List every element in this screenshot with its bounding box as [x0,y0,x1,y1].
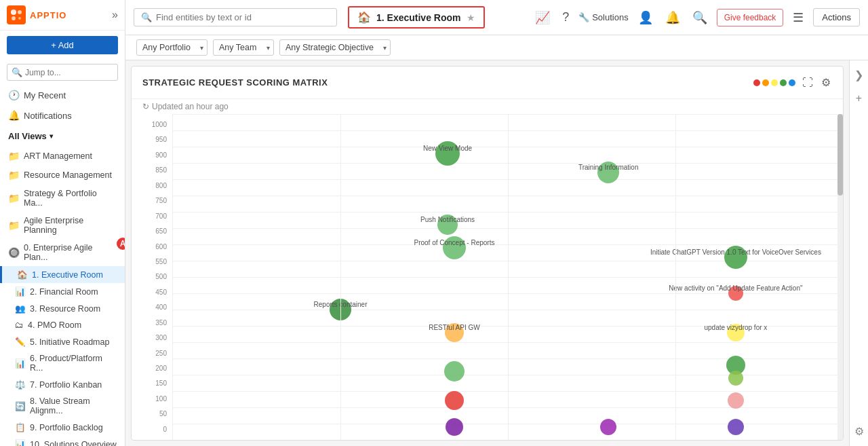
portfolio-filter-wrapper: Any Portfolio [136,39,208,56]
sidebar-subitem-portfolio-kanban[interactable]: ⚖️ 7. Portfolio Kanban [0,376,125,393]
financial-room-icon: 📊 [15,286,26,297]
portfolio-filter[interactable]: Any Portfolio [136,39,208,56]
bubble-label-push-notifications: Push Notifications [420,216,475,223]
user-avatar-button[interactable]: 👤 [635,7,656,28]
y-tick-800: 800 [155,182,167,189]
give-feedback-button[interactable]: Give feedback [717,9,784,26]
sidebar-item-my-recent[interactable]: 🕐 My Recent [0,85,125,105]
global-search-input[interactable] [156,12,330,22]
nav-item-label: Resource Management [24,170,112,180]
analytics-icon-button[interactable]: 📈 [532,7,553,28]
sidebar-item-notifications-label: Notifications [24,111,72,121]
right-panel-add-button[interactable]: + [853,90,865,107]
folder-icon: 📁 [8,170,20,181]
svg-point-3 [12,16,16,20]
solutions-overview-icon: 📊 [15,439,26,446]
legend-dot-orange [762,79,769,86]
chart-bubble-bubble-green-1[interactable] [444,361,465,382]
sidebar-item-strategy-portfolio[interactable]: 📁 Strategy & Portfolio Ma... [0,185,125,212]
actions-button[interactable]: Actions [813,8,860,26]
chart-bubble-bubble-purple-2[interactable] [600,419,616,435]
right-panel-expand-button[interactable]: ❯ [852,66,866,84]
nav-sub-item-label: 1. Executive Room [32,270,103,280]
y-tick-0: 0 [163,426,167,433]
right-panel-settings-button[interactable]: ⚙ [852,422,867,441]
sidebar-item-enterprise-agile[interactable]: 🔘 0. Enterprise Agile Plan... A [0,239,125,266]
chart-bubble-new-activity[interactable]: New activity on "Add Update Feature Acti… [728,286,743,301]
sidebar-subitem-financial-room[interactable]: 📊 2. Financial Room [0,283,125,300]
chart-bubble-bubble-purple-1[interactable] [446,418,463,436]
chevron-down-icon: ▾ [50,132,53,140]
chart-bubble-update-vizydrop[interactable]: update vizydrop for x [727,324,745,341]
topbar-right: 📈 ? 🔧 Solutions 👤 🔔 🔍 Give feedback ☰ Ac… [532,7,860,28]
sidebar-search-icon: 🔍 [12,67,22,77]
filter-bar: Any Portfolio Any Team Any Strategic Obj… [125,35,868,60]
solutions-icon: 🔧 [578,12,589,22]
all-views-toggle[interactable]: All Views ▾ [0,126,125,147]
chart-bubble-proof-of-concept[interactable]: Proof of Concept - Reports [443,236,466,259]
scroll-track[interactable] [837,114,843,440]
help-icon-button[interactable]: ? [559,7,572,27]
sidebar-subitem-product-platform[interactable]: 📊 6. Product/Platform R... [0,350,125,376]
sidebar-item-art-management[interactable]: 📁 ART Management [0,147,125,166]
solutions-button[interactable]: 🔧 Solutions [578,12,628,22]
chart-bubble-initiate-chatgpt[interactable]: Initiate ChatGPT Version 1.0 Text for Vo… [724,246,747,269]
chart-bubble-training-info[interactable]: Training Information [597,162,619,183]
y-tick-200: 200 [155,365,167,372]
executive-room-icon: 🏠 [17,270,28,280]
sidebar-subitem-pmo-room[interactable]: 🗂 4. PMO Room [0,317,125,333]
legend-dot-yellow [771,79,778,86]
team-filter[interactable]: Any Team [213,39,274,56]
sidebar-subitem-solutions-overview[interactable]: 📊 10. Solutions Overview [0,436,125,446]
sidebar-search[interactable]: 🔍 [7,64,118,81]
search-expand-icon-button[interactable]: 🔍 [690,7,710,28]
portfolio-backlog-icon: 📋 [15,422,26,432]
notifications-icon-button[interactable]: 🔔 [663,7,683,28]
folder-icon: 📁 [8,193,20,204]
team-filter-wrapper: Any Team [213,39,274,56]
chart-container: STRATEGIC REQUEST SCORING MATRIX ⛶ ⚙ [131,66,844,441]
objective-filter[interactable]: Any Strategic Objective [279,39,391,56]
nav-sub-item-label: 8. Value Stream Alignm... [30,396,117,415]
y-tick-650: 650 [155,227,167,235]
chart-header: STRATEGIC REQUEST SCORING MATRIX ⛶ ⚙ [132,67,843,99]
favorite-star-icon[interactable]: ★ [467,12,475,23]
chart-bubble-bubble-green-3[interactable] [728,371,743,386]
folder-icon: 📁 [8,220,20,231]
chart-bubble-bubble-red-2[interactable] [728,392,744,409]
sidebar-subitem-initiative-roadmap[interactable]: ✏️ 5. Initiative Roadmap [0,333,125,350]
y-tick-950: 950 [155,136,167,143]
sidebar-item-resource-management[interactable]: 📁 Resource Management [0,166,125,185]
sidebar-subitem-value-stream[interactable]: 🔄 8. Value Stream Alignm... [0,393,125,419]
y-tick-250: 250 [155,350,167,357]
chart-bubble-bubble-purple-3[interactable] [728,419,744,435]
sidebar-search-input[interactable] [25,68,113,77]
sidebar-item-notifications[interactable]: 🔔 Notifications [0,105,125,126]
bubble-label-new-activity: New activity on "Add Update Feature Acti… [669,284,802,292]
objective-filter-wrapper: Any Strategic Objective [279,39,391,56]
chart-bubble-new-view-mode[interactable]: New View Mode [435,141,460,166]
scroll-thumb[interactable] [837,114,843,196]
y-tick-700: 700 [155,212,167,220]
nav-sub-item-label: 9. Portfolio Backlog [30,423,103,432]
chart-plot: New View ModeTraining InformationPush No… [172,114,843,440]
sidebar-subitem-portfolio-backlog[interactable]: 📋 9. Portfolio Backlog [0,419,125,436]
chart-bubble-bubble-red-1[interactable] [445,391,464,410]
chart-bubble-restful-api[interactable]: RESTful API GW [445,323,464,342]
chart-settings-button[interactable]: ⚙ [820,75,832,90]
bubble-label-update-vizydrop: update vizydrop for x [704,324,767,331]
sidebar-item-agile-enterprise[interactable]: 📁 Agile Enterprise Planning [0,212,125,239]
add-button[interactable]: + Add [7,36,118,54]
filter-icon-button[interactable]: ☰ [790,7,806,28]
global-search[interactable]: 🔍 [134,8,337,26]
y-tick-550: 550 [155,258,167,265]
chart-bubble-push-notifications[interactable]: Push Notifications [437,215,458,235]
main-area: 🔍 🏠 1. Executive Room ★ 📈 ? 🔧 Solutions … [125,0,868,446]
active-tab[interactable]: 🏠 1. Executive Room ★ [348,6,485,29]
chart-expand-button[interactable]: ⛶ [801,75,814,90]
collapse-sidebar-button[interactable]: » [112,9,118,21]
nav-sub-item-label: 5. Initiative Roadmap [30,337,109,347]
sidebar-subitem-resource-room[interactable]: 👥 3. Resource Room [0,300,125,317]
column-divider [675,114,676,440]
sidebar-subitem-executive-room[interactable]: 🏠 1. Executive Room [0,266,125,283]
